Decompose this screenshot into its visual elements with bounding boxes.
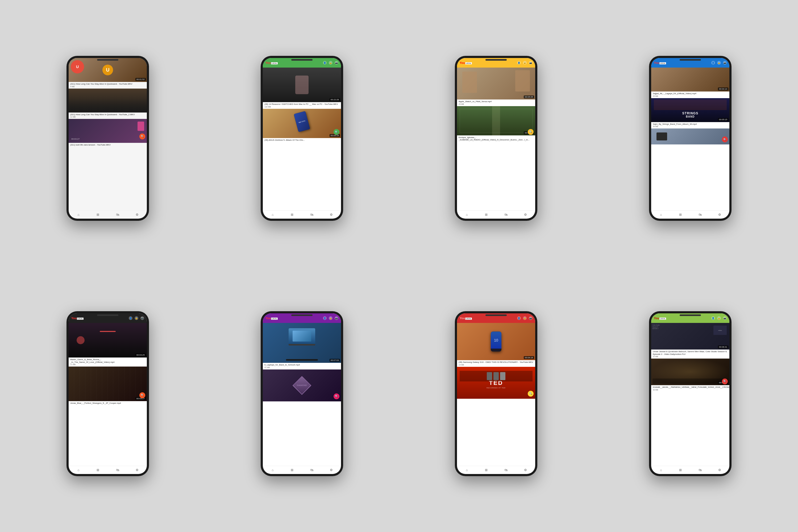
camera-icon-6[interactable]: 📷 — [335, 316, 338, 320]
nav-settings-7[interactable]: ⚙ — [523, 468, 528, 472]
camera-icon-2[interactable]: 📷 — [335, 61, 338, 65]
video-item-2-1[interactable]: 00:22:28 (39) 14 Reasons I SWITCHED from… — [263, 68, 341, 109]
video-item-4-3[interactable]: 🔍 — [651, 129, 729, 145]
nav-cart-4[interactable]: 🛍 — [698, 212, 703, 217]
video-item-1-3[interactable]: 00:03:27 (311) lush life zara larsson - … — [69, 119, 147, 147]
camera-icon-8[interactable]: 📷 — [723, 316, 727, 320]
nav-settings-2[interactable]: ⚙ — [329, 212, 334, 217]
person-icon-3[interactable]: 👤 — [517, 61, 521, 65]
video-item-5-2[interactable]: 00:03:27 Jonas_Blue_-_Perfect_Strangers_… — [69, 366, 147, 406]
person-icon-2[interactable]: 👤 — [323, 61, 327, 65]
camera-icon-7[interactable]: 📷 — [529, 316, 533, 320]
nav-home-5[interactable]: ⌂ — [76, 468, 81, 472]
lock-icon-3[interactable]: 🔒 — [523, 61, 527, 65]
nav-cart-2[interactable]: 🛍 — [309, 212, 314, 217]
search-fab-8[interactable]: 🔍 — [722, 379, 728, 384]
app-logo-2: YouLOCAL — [265, 61, 278, 64]
video-item-3-2[interactable]: 00:03:52 Enrique_Iglesias_-_SUBEME_LA_RA… — [457, 106, 535, 142]
nav-cart-5[interactable]: 🛍 — [115, 468, 120, 472]
person-icon-8[interactable]: 👤 — [711, 316, 715, 320]
nav-home-3[interactable]: ⌂ — [464, 212, 469, 217]
nav-home-7[interactable]: ⌂ — [464, 468, 469, 472]
nav-settings-8[interactable]: ⚙ — [717, 468, 722, 472]
person-icon-4[interactable]: 👤 — [711, 61, 715, 65]
video-item-7-1[interactable]: 10 00:04:16 (39) Samsung Galaxy S10 - OM… — [457, 323, 535, 367]
video-item-4-2[interactable]: STRINGSBAND 00:05:15 Sajni_By_Strings_Ba… — [651, 98, 729, 129]
video-thumb-6-2[interactable]: DIAMOND — [263, 369, 341, 401]
nav-grid-6[interactable]: ⊞ — [290, 468, 294, 472]
video-item-2-2[interactable]: app icons 00:05:15 (39) ASUS Zenfone 5- … — [263, 109, 341, 142]
nav-home-6[interactable]: ⌂ — [270, 468, 275, 472]
video-thumb-2-2[interactable]: app icons 00:05:15 — [263, 109, 341, 138]
video-thumb-4-3[interactable] — [651, 129, 729, 145]
nav-grid-5[interactable]: ⊞ — [95, 468, 100, 472]
lock-icon-8[interactable]: 🔒 — [717, 316, 721, 320]
video-item-7-2[interactable]: TED RECORDED AT TED 🔍 — [457, 367, 535, 399]
nav-cart-7[interactable]: 🛍 — [504, 468, 508, 472]
person-icon-5[interactable]: 👤 — [129, 316, 132, 320]
camera-icon-4[interactable]: 📷 — [723, 61, 727, 65]
nav-settings-3[interactable]: ⚙ — [523, 212, 528, 217]
nav-settings-1[interactable]: ⚙ — [135, 212, 139, 217]
video-thumb-1-2[interactable] — [69, 89, 147, 113]
video-thumb-7-1[interactable]: 10 00:04:16 — [457, 323, 535, 360]
nav-settings-4[interactable]: ⚙ — [717, 212, 722, 217]
nav-grid-3[interactable]: ⊞ — [484, 212, 489, 217]
video-thumb-1-3[interactable]: 00:03:27 — [69, 119, 147, 143]
search-fab-6[interactable]: 🔍 — [334, 394, 339, 399]
video-thumb-1-1[interactable]: U U 00:01:52 — [69, 58, 147, 82]
lock-icon-6[interactable]: 🔒 — [329, 316, 332, 320]
nav-grid-4[interactable]: ⊞ — [678, 212, 683, 217]
video-thumb-4-1[interactable]: 00:04:14 — [651, 68, 729, 92]
video-thumb-8-2[interactable]: 00:03:39 — [651, 359, 729, 385]
video-list-3: 00:05:45 Apple_Watch_vs_Fitbit_Versa.mp4… — [457, 68, 535, 210]
camera-icon-3[interactable]: 📷 — [529, 61, 533, 65]
lock-icon-2[interactable]: 🔒 — [329, 61, 332, 65]
video-item-8-2[interactable]: 00:03:39 KHAAB__AKHIL__PARMISH_VERMA__NE… — [651, 359, 729, 392]
nav-cart-3[interactable]: 🛍 — [504, 212, 508, 217]
video-item-5-1[interactable]: 00:03:25 Martin_Garrix_&_Bebe_Rexha_-_In… — [69, 323, 147, 366]
nav-grid-1[interactable]: ⊞ — [95, 212, 100, 217]
nav-home-4[interactable]: ⌂ — [659, 212, 663, 217]
video-thumb-5-1[interactable]: 00:03:25 — [69, 323, 147, 358]
lock-icon-7[interactable]: 🔒 — [523, 316, 527, 320]
nav-cart-1[interactable]: 🛍 — [115, 212, 120, 217]
phone-screen-4: YouLOCAL 👤 🔒 📷 00:04:14 — [651, 58, 729, 218]
nav-grid-8[interactable]: ⊞ — [678, 468, 683, 472]
video-thumb-7-2[interactable]: TED RECORDED AT TED — [457, 367, 535, 399]
video-thumb-2-1[interactable]: 00:22:28 — [263, 68, 341, 102]
video-item-6-1[interactable]: 00:07:03 6_Laptops_for_Back_to_School!.m… — [263, 323, 341, 369]
person-icon-6[interactable]: 👤 — [323, 316, 327, 320]
lock-icon-4[interactable]: 🔒 — [717, 61, 721, 65]
camera-icon-5[interactable]: 📷 — [140, 316, 144, 320]
lock-icon-5[interactable]: 🔒 — [135, 316, 138, 320]
video-thumb-3-2[interactable]: 00:03:52 — [457, 106, 535, 135]
video-item-4-1[interactable]: 00:04:14 Sajjad_Ali_-_Lagaya_Dil_(Offici… — [651, 68, 729, 98]
video-item-8-1[interactable]: video Coke StudioSeason 8Episode 2 00:06… — [651, 323, 729, 359]
nav-settings-6[interactable]: ⚙ — [329, 468, 334, 472]
nav-settings-5[interactable]: ⚙ — [135, 468, 139, 472]
nav-cart-8[interactable]: 🛍 — [698, 468, 703, 472]
nav-home-8[interactable]: ⌂ — [659, 468, 663, 472]
video-thumb-8-1[interactable]: video Coke StudioSeason 8Episode 2 00:06… — [651, 323, 729, 349]
video-item-3-1[interactable]: 00:05:45 Apple_Watch_vs_Fitbit_Versa.mp4… — [457, 68, 535, 106]
search-fab-5[interactable]: 🔍 — [139, 392, 145, 398]
nav-home-2[interactable]: ⌂ — [270, 212, 275, 217]
video-info-5-2: Jonas_Blue_-_Perfect_Strangers_ft._JP_Co… — [69, 401, 147, 406]
video-item-1-2[interactable]: (311) How Long Can You Stay Alive In Qui… — [69, 89, 147, 119]
search-fab-7[interactable]: 🔍 — [528, 391, 534, 397]
video-thumb-4-2[interactable]: STRINGSBAND 00:05:15 — [651, 98, 729, 122]
search-fab-1[interactable]: 🔍 — [139, 134, 145, 139]
video-thumb-6-1[interactable]: 00:07:03 — [263, 323, 341, 363]
video-item-1-1[interactable]: U U 00:01:52 (311) How Long Can You Stay… — [69, 58, 147, 89]
nav-grid-7[interactable]: ⊞ — [484, 468, 489, 472]
video-thumb-3-1[interactable]: 00:05:45 — [457, 68, 535, 99]
video-thumb-5-2[interactable]: 00:03:27 — [69, 366, 147, 401]
search-fab-3[interactable]: 🔍 — [528, 129, 534, 135]
video-item-6-2[interactable]: DIAMOND 🔍 — [263, 369, 341, 401]
phone-screen-7: YouLOCAL 👤 🔒 📷 10 — [457, 314, 535, 474]
nav-cart-6[interactable]: 🛍 — [309, 468, 314, 472]
nav-home-1[interactable]: ⌂ — [76, 212, 81, 217]
person-icon-7[interactable]: 👤 — [517, 316, 521, 320]
nav-grid-2[interactable]: ⊞ — [290, 212, 294, 217]
